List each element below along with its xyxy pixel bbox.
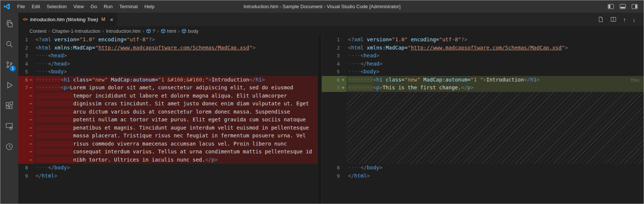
window-title: Introduction.htm - Sample Document - Vis… — [244, 4, 400, 9]
breadcrumb-item--[interactable]: ? — [146, 28, 155, 34]
code-line[interactable]: − nibh tortor. Ultrices in iaculis nunc … — [18, 156, 317, 164]
menu-terminal[interactable]: Terminal — [116, 4, 141, 9]
code-line[interactable]: 4····</head> — [322, 60, 644, 68]
gutter: 5 — [18, 68, 34, 76]
gutter: − — [18, 156, 34, 164]
menu-run[interactable]: Run — [100, 4, 116, 9]
modified-pane[interactable]: 1<?xml version="1.0" encoding="utf-8"?>2… — [322, 36, 644, 204]
code-line[interactable]: − risus commodo viverra maecenas accumsa… — [18, 140, 317, 148]
next-change-icon[interactable]: ↓ — [633, 16, 636, 23]
breadcrumb-item-content[interactable]: Content — [29, 28, 47, 34]
diff-sash[interactable] — [317, 36, 322, 204]
menu-file[interactable]: File — [14, 4, 28, 9]
menu-go[interactable]: Go — [87, 4, 100, 9]
source-control-icon[interactable]: 1 — [0, 54, 18, 75]
run-and-debug-icon[interactable] — [0, 75, 18, 95]
open-file-icon[interactable] — [598, 16, 604, 22]
code-line[interactable]: 8····</body> — [322, 164, 644, 172]
gutter: 8 — [18, 164, 34, 172]
vscode-logo-icon — [0, 3, 14, 10]
code-line[interactable]: 2<html xmlns:MadCap="http://www.madcapso… — [322, 44, 644, 52]
gutter: 4 — [18, 60, 34, 68]
code-line[interactable]: 4····</head> — [18, 60, 317, 68]
source-control-badge: 1 — [10, 66, 16, 71]
breadcrumb-separator-icon: › — [177, 28, 180, 34]
title-bar: FileEditSelectionViewGoRunTerminalHelp I… — [0, 0, 644, 13]
code-line[interactable]: − massa placerat. Tristique risus nec fe… — [18, 132, 317, 140]
menu-edit[interactable]: Edit — [28, 4, 43, 9]
tab-introduction-htm[interactable]: <> Introduction.htm (Working Tree) M × — [18, 13, 117, 26]
explorer-icon[interactable] — [0, 13, 18, 34]
gutter: 1 — [322, 36, 346, 44]
gutter: − — [18, 140, 34, 148]
breadcrumb-item-chapter-1-introduction[interactable]: Chapter-1-Introduction — [52, 28, 100, 34]
code-line[interactable]: 2<html xmlns:MadCap="http://www.madcapso… — [18, 44, 317, 52]
gutter: 3 — [322, 52, 346, 60]
breadcrumb-item-body[interactable]: body — [182, 28, 198, 34]
gutter: 7− — [18, 84, 34, 92]
inline-view-toggle-icon[interactable] — [610, 16, 616, 22]
code-line[interactable]: 7−········<p>Lorem ipsum dolor sit amet,… — [18, 84, 317, 92]
toggle-secondary-sidebar-icon[interactable] — [632, 4, 638, 9]
inline-blame: You, — [630, 76, 640, 84]
code-line[interactable]: − tempor incididunt ut labore et dolore … — [18, 92, 317, 100]
gutter: 6− — [18, 76, 34, 84]
tab-close-icon[interactable]: × — [110, 16, 113, 23]
gutter: 5 — [322, 68, 346, 76]
code-line[interactable]: 1<?xml version="1.0" encoding="utf-8"?> — [18, 36, 317, 44]
gutter: 2 — [322, 44, 346, 52]
code-line[interactable]: − penatibus et magnis. Tincidunt augue i… — [18, 124, 317, 132]
toggle-sidebar-icon[interactable] — [608, 4, 614, 9]
gutter: 6+ — [322, 76, 346, 84]
code-line[interactable]: 9</html> — [322, 172, 644, 180]
previous-change-icon[interactable]: ↑ — [623, 16, 626, 23]
activity-bar: 1 — [0, 13, 18, 204]
code-line[interactable]: − potenti nullam ac tortor vitae purus. … — [18, 116, 317, 124]
menu-selection[interactable]: Selection — [43, 4, 70, 9]
code-line[interactable]: 6−········<h1 class="new" MadCap:autonum… — [18, 76, 317, 84]
code-line[interactable]: 5····<body> — [18, 68, 317, 76]
gutter: − — [18, 148, 34, 156]
gutter: 2 — [18, 44, 34, 52]
breadcrumb-item-introduction-htm[interactable]: Introduction.htm — [106, 28, 141, 34]
diff-editor: 1<?xml version="1.0" encoding="utf-8"?>2… — [18, 36, 644, 204]
breadcrumb-separator-icon: › — [48, 28, 51, 34]
toggle-panel-icon[interactable] — [620, 4, 626, 9]
code-line[interactable]: 3····<head> — [322, 52, 644, 60]
code-line[interactable]: − arcu dictum varius duis at consectetur… — [18, 108, 317, 116]
tab-modified-badge: M — [101, 17, 105, 22]
breadcrumb-separator-icon: › — [101, 28, 105, 34]
symbol-cube-icon — [161, 29, 166, 34]
extensions-icon[interactable] — [0, 95, 18, 116]
search-icon[interactable] — [0, 34, 18, 54]
gutter — [322, 92, 346, 164]
tab-label: Introduction.htm (Working Tree) — [30, 17, 98, 22]
code-line[interactable]: 8····</body> — [18, 164, 317, 172]
code-line[interactable]: 6+········<h1 class="new" MadCap:autonum… — [322, 76, 644, 84]
code-line[interactable]: 7+········<p>This is the first change.</… — [322, 84, 644, 92]
gutter: 9 — [18, 172, 34, 180]
code-line[interactable]: 9</html> — [18, 172, 317, 180]
live-preview-icon[interactable] — [0, 116, 18, 136]
gutter: 4 — [322, 60, 346, 68]
vscode-window: FileEditSelectionViewGoRunTerminalHelp I… — [0, 0, 644, 204]
gutter: − — [18, 124, 34, 132]
menu-help[interactable]: Help — [141, 4, 158, 9]
breadcrumb-separator-icon: › — [142, 28, 145, 34]
code-line[interactable]: − dignissim cras tincidunt. Sit amet jus… — [18, 100, 317, 108]
editor-actions: ↑ ↓ — [598, 13, 644, 26]
history-icon[interactable] — [0, 136, 18, 157]
breadcrumb-item-html[interactable]: html — [161, 28, 176, 34]
breadcrumb: Content›Chapter-1-Introduction›Introduct… — [18, 26, 644, 36]
gutter: 3 — [18, 52, 34, 60]
code-line[interactable]: 1<?xml version="1.0" encoding="utf-8"?> — [322, 36, 644, 44]
original-pane[interactable]: 1<?xml version="1.0" encoding="utf-8"?>2… — [18, 36, 317, 204]
editor-tabs: <> Introduction.htm (Working Tree) M × ↑… — [18, 13, 644, 26]
menu-view[interactable]: View — [70, 4, 87, 9]
layout-controls — [608, 4, 644, 9]
code-line[interactable]: 3····<head> — [18, 52, 317, 60]
code-line[interactable]: − consequat interdum varius. Tellus at u… — [18, 148, 317, 156]
symbol-cube-icon — [182, 29, 186, 34]
code-line[interactable]: 5····<body> — [322, 68, 644, 76]
gutter: 8 — [322, 164, 346, 172]
